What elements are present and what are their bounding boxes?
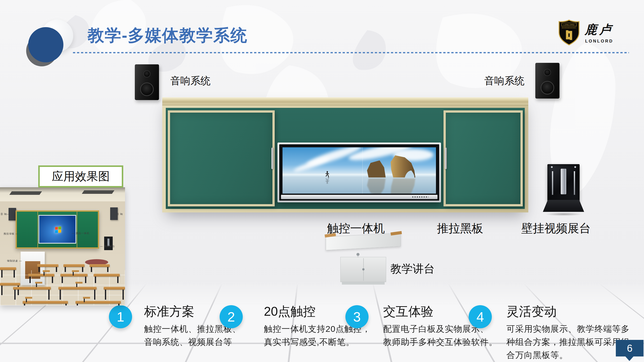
presenter-shadow — [545, 212, 583, 216]
sliding-panel-right — [444, 110, 523, 206]
podium-label: 教学讲台 — [390, 261, 435, 276]
blackboard-green-surface — [166, 108, 525, 209]
blackboard-top-rail — [162, 97, 528, 105]
classroom-desk — [94, 274, 120, 277]
point-line: 教师助手多种交互体验软件。 — [383, 335, 498, 348]
podium-base — [342, 282, 385, 285]
annotation-presenter: — 视频展台 — [100, 245, 115, 248]
board-panel-divider — [37, 212, 38, 247]
title-divider — [73, 52, 629, 53]
point-description: 可采用实物展示、教学终端等多 种组合方案，推拉黑板可采用组 合万向黑板等。 — [506, 322, 630, 361]
sliding-blackboard-label: 推拉黑板 — [437, 221, 483, 236]
annotation-speaker-left: 音 响— — [1, 212, 10, 216]
ceiling-light — [9, 191, 42, 195]
page-number: 6 — [627, 343, 632, 354]
brand-name-chinese: 鹿卢 — [585, 22, 614, 38]
point-line: 可采用实物展示、教学终端等多 — [506, 322, 630, 335]
wall-presenter-label: 壁挂视频展台 — [521, 221, 591, 236]
speaker-left-icon — [135, 64, 159, 100]
speaker-left-label: 音响系统 — [170, 74, 211, 88]
classroom-green-board — [16, 210, 99, 249]
podium-top — [326, 233, 401, 250]
speaker-woofer — [541, 81, 554, 95]
classroom-desk — [104, 287, 125, 290]
blackboard-frame — [162, 105, 528, 212]
classroom-desk — [60, 274, 88, 277]
presenter-screw — [551, 166, 553, 168]
classroom-lcd-screen — [38, 215, 76, 244]
classroom-chair — [83, 297, 90, 299]
annotation-board: 推拉绿板 — — [4, 232, 18, 236]
speaker-tweeter — [544, 69, 551, 76]
point-number-badge: 2 — [220, 305, 243, 328]
classroom-desk — [23, 301, 68, 304]
ceiling-light — [82, 190, 114, 194]
classroom-effect-photo: 音 响— —音 响 推拉绿板 — — 液晶一体机 — 视频展台 钢制讲桌 — — [0, 187, 125, 305]
teaching-podium — [326, 234, 401, 285]
annotation-screen: — 液晶一体机 — [72, 232, 90, 235]
decor-circle-blue — [28, 27, 63, 62]
cabinet-knob — [362, 268, 365, 270]
classroom-chair — [25, 297, 32, 299]
brand-logo: LONLORD 鹿卢 LONLORD — [558, 20, 614, 46]
point-line: 音响系统、视频展台等 — [144, 335, 241, 348]
board-panel-divider — [77, 212, 77, 247]
point-number-badge: 1 — [109, 305, 132, 328]
rock-reflections — [355, 178, 431, 194]
cloud — [293, 156, 330, 174]
point-title: 交互体验 — [383, 303, 433, 320]
windows-logo — [55, 227, 61, 233]
speaker-right-label: 音响系统 — [484, 74, 525, 88]
annotation-podium: 钢制讲桌 — — [7, 259, 22, 263]
rock-formations — [355, 155, 431, 178]
point-title: 灵活变动 — [506, 303, 557, 320]
presenter-screw — [574, 166, 576, 168]
speaker-tweeter — [143, 70, 150, 77]
classroom-desk — [13, 287, 51, 290]
sliding-blackboard — [162, 97, 528, 212]
point-number-badge: 3 — [345, 305, 369, 328]
sliding-panel-left — [168, 110, 275, 206]
panel-handle — [271, 148, 273, 169]
point-title: 20点触控 — [264, 303, 316, 320]
annotation-speaker-right: —音 响 — [114, 212, 123, 216]
classroom-chair — [43, 270, 50, 272]
classroom-chair — [72, 270, 79, 272]
classroom-chair — [75, 282, 83, 284]
display-speaker-bar — [281, 195, 437, 199]
wall-video-presenter — [543, 162, 584, 215]
runner-reflection — [325, 177, 330, 184]
classroom-chair — [35, 282, 42, 284]
classroom-desk — [0, 267, 16, 270]
classroom-desk — [37, 264, 58, 267]
podium-lock — [356, 253, 359, 256]
point-number-badge: 4 — [469, 305, 492, 328]
presenter-tray — [543, 200, 584, 213]
classroom-desk — [58, 287, 97, 290]
effect-image-label: 应用效果图 — [38, 165, 123, 188]
page-title: 教学-多媒体教学系统 — [88, 24, 248, 47]
point-line: 种组合方案，推拉黑板可采用组 — [506, 335, 630, 348]
glass-seam — [362, 147, 363, 194]
classroom-desk — [90, 264, 110, 267]
touch-all-in-one-display — [277, 143, 441, 202]
shield-logo-icon: LONLORD — [558, 20, 580, 46]
point-line: 真实书写感受,不断笔。 — [264, 335, 371, 348]
presenter-arm — [552, 171, 553, 195]
presenter-camera-column — [561, 169, 566, 194]
podium-cabinet — [340, 257, 386, 282]
slide: 教学-多媒体教学系统 LONLORD 鹿卢 LONLORD 音响系统 音响系统 — [0, 0, 644, 362]
display-bezel — [279, 144, 439, 201]
brand-name-english: LONLORD — [585, 39, 613, 44]
point-title: 标准方案 — [144, 303, 194, 320]
classroom-desk — [0, 283, 20, 286]
display-screen — [283, 147, 436, 194]
classroom-desk — [75, 301, 121, 304]
point-line: 合万向黑板等。 — [506, 348, 630, 361]
speaker-woofer — [140, 82, 154, 96]
speaker-right-icon — [535, 63, 559, 99]
runner-silhouette — [325, 171, 330, 177]
shield-text: LONLORD — [564, 24, 575, 26]
classroom-desk — [28, 274, 54, 277]
presenter-arm — [574, 171, 575, 195]
